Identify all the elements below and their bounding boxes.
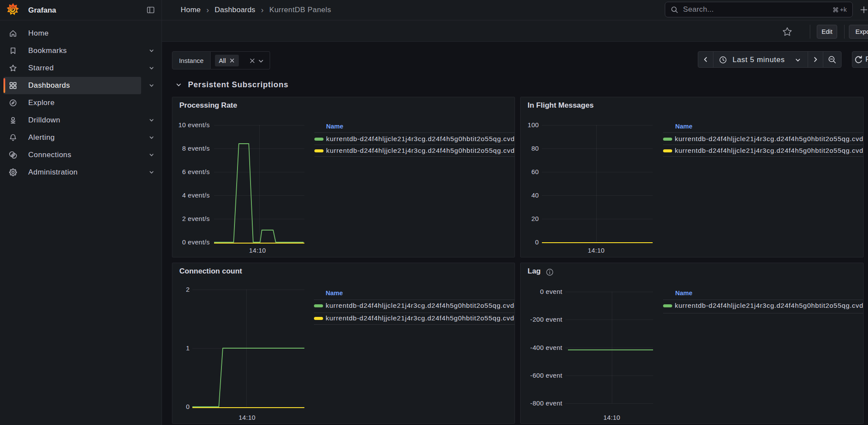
svg-text:40: 40 (531, 191, 539, 199)
svg-text:2: 2 (186, 286, 190, 293)
svg-text:2 event/s: 2 event/s (182, 215, 210, 222)
svg-text:14:10: 14:10 (238, 414, 255, 421)
svg-text:80: 80 (531, 145, 539, 152)
svg-text:100: 100 (528, 121, 539, 128)
svg-text:1: 1 (186, 344, 190, 352)
svg-text:-400 event: -400 event (530, 344, 562, 351)
svg-text:-200 event: -200 event (530, 316, 562, 323)
svg-text:8 event/s: 8 event/s (182, 145, 210, 152)
svg-text:14:10: 14:10 (249, 247, 266, 254)
svg-text:0: 0 (186, 403, 190, 410)
svg-text:20: 20 (531, 215, 539, 222)
svg-text:-800 event: -800 event (530, 399, 562, 407)
svg-text:14:10: 14:10 (603, 414, 620, 421)
svg-text:6 event/s: 6 event/s (182, 168, 210, 175)
svg-text:60: 60 (531, 168, 539, 175)
svg-text:0 event/s: 0 event/s (182, 238, 210, 246)
svg-text:14:10: 14:10 (587, 247, 604, 254)
svg-text:-600 event: -600 event (530, 372, 562, 379)
svg-text:0: 0 (535, 238, 539, 246)
svg-text:0 event: 0 event (540, 288, 563, 295)
svg-text:4 event/s: 4 event/s (182, 191, 210, 199)
svg-text:10 event/s: 10 event/s (178, 121, 210, 128)
